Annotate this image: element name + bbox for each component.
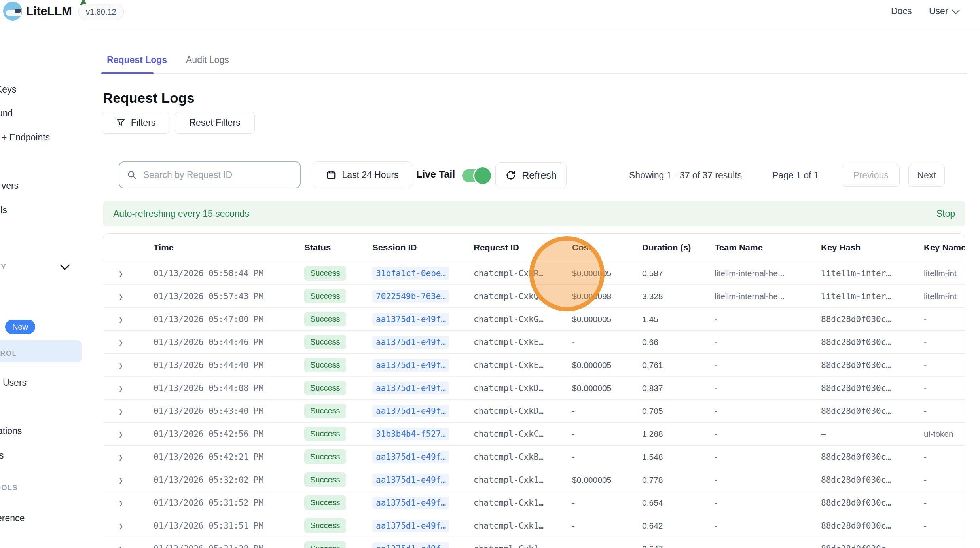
table-row[interactable]: ›01/13/2026 05:44:08 PMSuccessaa1375d1-e… — [103, 377, 965, 400]
cell-request-id: chatcmpl-CxkE… — [474, 354, 572, 377]
session-id-link[interactable]: aa1375d1-e49f… — [372, 336, 449, 349]
time-range-button[interactable]: Last 24 Hours — [313, 161, 412, 188]
session-id-link[interactable]: 7022549b-763e… — [372, 290, 449, 303]
col-status: Status — [304, 234, 372, 262]
cell-status: Success — [304, 285, 372, 308]
session-id-link[interactable]: aa1375d1-e49f… — [372, 497, 449, 509]
table-row[interactable]: ›01/13/2026 05:57:43 PMSuccess7022549b-7… — [103, 285, 965, 308]
cell-session: 31b3b4b4-f527… — [372, 423, 474, 446]
expand-chevron-icon[interactable]: › — [103, 473, 123, 487]
cell-duration: 1.288 — [642, 423, 715, 446]
live-tail-toggle[interactable] — [462, 169, 490, 182]
sidebar-item-keys[interactable]: Keys — [0, 84, 16, 95]
expand-chevron-icon[interactable]: › — [103, 519, 123, 533]
col-cost: Cost — [572, 234, 642, 262]
stop-auto-refresh-link[interactable]: Stop — [936, 209, 955, 219]
sidebar-item-reference[interactable]: erence — [0, 513, 25, 523]
brand-title: LiteLLM — [26, 4, 72, 19]
sidebar-item-teams[interactable]: s — [0, 450, 4, 461]
expand-chevron-icon[interactable]: › — [103, 358, 123, 372]
filters-button-label: Filters — [131, 118, 156, 128]
cell-team: - — [715, 308, 821, 331]
cell-session: aa1375d1-e49f… — [372, 537, 474, 548]
cell-key-hash: 88dc28d0f030c… — [821, 331, 924, 354]
table-row[interactable]: ›01/13/2026 05:32:02 PMSuccessaa1375d1-e… — [103, 468, 965, 491]
expand-chevron-icon[interactable]: › — [103, 266, 123, 280]
reset-filters-label: Reset Filters — [189, 118, 240, 128]
cell-time: 01/13/2026 05:31:38 PM — [154, 537, 304, 548]
table-row[interactable]: ›01/13/2026 05:58:44 PMSuccess31bfa1cf-0… — [103, 262, 965, 285]
col-duration: Duration (s) — [642, 234, 715, 262]
table-row[interactable]: ›01/13/2026 05:31:52 PMSuccessaa1375d1-e… — [103, 491, 965, 514]
cell-cost: - — [572, 491, 642, 514]
sidebar-collapse-chevron-icon[interactable] — [60, 260, 70, 270]
cell-team: litellm-internal-he... — [715, 285, 821, 308]
table-row[interactable]: ›01/13/2026 05:47:00 PMSuccessaa1375d1-e… — [103, 308, 965, 331]
table-row[interactable]: ›01/13/2026 05:31:51 PMSuccessaa1375d1-e… — [103, 514, 965, 537]
search-box[interactable] — [119, 161, 301, 188]
session-id-link[interactable]: aa1375d1-e49f… — [372, 313, 449, 326]
expand-chevron-icon[interactable]: › — [103, 404, 123, 418]
sidebar: Keys und + Endpoints rvers ils TY New TR… — [0, 31, 84, 548]
table-row[interactable]: ›01/13/2026 05:42:56 PMSuccess31b3b4b4-f… — [103, 423, 965, 446]
expand-chevron-icon[interactable]: › — [103, 335, 123, 349]
cell-request-id: chatcmpl-CxkE… — [474, 331, 572, 354]
expand-chevron-icon[interactable]: › — [103, 496, 123, 510]
session-id-link[interactable]: aa1375d1-e49f… — [372, 451, 449, 463]
cell-session: aa1375d1-e49f… — [372, 468, 474, 491]
previous-page-button[interactable]: Previous — [842, 164, 900, 187]
col-team-name: Team Name — [715, 234, 821, 262]
table-row[interactable]: ›01/13/2026 05:44:40 PMSuccessaa1375d1-e… — [103, 354, 965, 377]
cell-status: Success — [304, 491, 372, 514]
cell-request-id: chatcmpl-Cxk1… — [474, 468, 572, 491]
session-id-link[interactable]: aa1375d1-e49f… — [372, 382, 449, 394]
reset-filters-button[interactable]: Reset Filters — [175, 112, 255, 134]
search-input[interactable] — [142, 169, 293, 181]
cell-duration: 3.328 — [642, 285, 715, 308]
cell-cost: $0.000005 — [572, 377, 642, 400]
sidebar-item-models-endpoints[interactable]: + Endpoints — [2, 132, 50, 143]
session-id-link[interactable]: 31bfa1cf-0ebe… — [372, 267, 449, 280]
tab-request-logs[interactable]: Request Logs — [107, 55, 167, 65]
session-id-link[interactable]: aa1375d1-e49f… — [372, 542, 449, 548]
cell-request-id: chatcmpl-Cxk1… — [474, 491, 572, 514]
cell-key-name: - — [924, 514, 965, 537]
refresh-icon — [505, 170, 516, 181]
cell-request-id: chatcmpl-CxkB… — [474, 446, 572, 468]
filters-button[interactable]: Filters — [102, 112, 169, 134]
tab-audit-logs[interactable]: Audit Logs — [186, 55, 229, 65]
refresh-button[interactable]: Refresh — [495, 162, 567, 188]
results-count: Showing 1 - 37 of 37 results — [629, 170, 742, 181]
cell-cost: $0.000005 — [572, 468, 642, 491]
user-menu[interactable]: User — [929, 6, 959, 17]
session-id-link[interactable]: aa1375d1-e49f… — [372, 474, 449, 486]
cell-status: Success — [304, 377, 372, 400]
expand-chevron-icon[interactable]: › — [103, 289, 123, 303]
sidebar-item-organizations[interactable]: ations — [0, 426, 22, 436]
expand-chevron-icon[interactable]: › — [103, 450, 123, 464]
sidebar-item-servers[interactable]: rvers — [0, 180, 19, 191]
sidebar-item-users[interactable]: Users — [3, 377, 27, 388]
sidebar-item-playground[interactable]: und — [0, 108, 13, 119]
session-id-link[interactable]: 31b3b4b4-f527… — [372, 428, 449, 440]
table-row[interactable]: ›01/13/2026 05:43:40 PMSuccessaa1375d1-e… — [103, 400, 965, 423]
expand-chevron-icon[interactable]: › — [103, 381, 123, 395]
docs-link[interactable]: Docs — [891, 6, 912, 17]
tabs-divider — [104, 73, 967, 74]
table-row[interactable]: ›01/13/2026 05:42:21 PMSuccessaa1375d1-e… — [103, 446, 965, 468]
expand-chevron-icon[interactable]: › — [103, 312, 123, 326]
table-row[interactable]: ›01/13/2026 05:44:46 PMSuccessaa1375d1-e… — [103, 331, 965, 354]
sidebar-item-guardrails[interactable]: ils — [0, 205, 7, 216]
expand-chevron-icon[interactable]: › — [103, 542, 123, 548]
request-logs-page: LiteLLM v1.80.12 Docs User Keys und + En… — [0, 0, 980, 548]
session-id-link[interactable]: aa1375d1-e49f… — [372, 520, 449, 532]
cell-key-name: - — [924, 331, 965, 354]
expand-chevron-icon[interactable]: › — [103, 427, 123, 441]
session-id-link[interactable]: aa1375d1-e49f… — [372, 405, 449, 417]
cell-cost: - — [572, 537, 642, 548]
session-id-link[interactable]: aa1375d1-e49f… — [372, 359, 449, 372]
col-request-id: Request ID — [474, 234, 572, 262]
table-row[interactable]: ›01/13/2026 05:31:38 PMSuccessaa1375d1-e… — [103, 537, 965, 548]
cell-duration: 0.654 — [642, 491, 715, 514]
next-page-button[interactable]: Next — [908, 164, 945, 187]
